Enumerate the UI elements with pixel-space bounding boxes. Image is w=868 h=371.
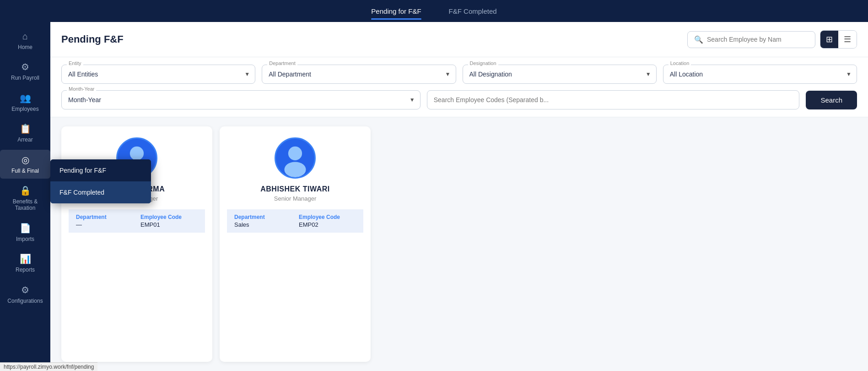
sidebar-label-configurations: Configurations	[7, 298, 43, 304]
filters-row-1: Entity All Entities ▼ Department All Dep…	[61, 65, 857, 84]
sidebar-item-full-final[interactable]: ◎ Full & Final	[0, 150, 50, 179]
employee-card-1[interactable]: ABHISHEK TIWARI Senior Manager Departmen…	[220, 126, 371, 362]
sidebar-item-employees[interactable]: 👥 Employees	[0, 88, 50, 117]
sidebar-label-benefits-taxation: Benefits & Taxation	[4, 198, 47, 212]
search-employee-input[interactable]	[707, 36, 809, 43]
sidebar-label-home: Home	[18, 44, 32, 50]
arrear-icon: 📋	[20, 123, 31, 134]
tab-pending-ff[interactable]: Pending for F&F	[371, 4, 421, 19]
search-employee-box[interactable]: 🔍	[687, 31, 815, 48]
department-filter: Department All Department ▼	[262, 65, 456, 84]
configurations-icon: ⚙	[21, 284, 29, 295]
url-bar: https://payroll.zimyo.work/fnf/pending	[0, 362, 97, 371]
location-filter: Location All Location ▼	[663, 65, 857, 84]
entity-select[interactable]: All Entities	[61, 65, 255, 84]
top-nav: Pending for F&F F&F Completed	[0, 0, 868, 22]
home-icon: ⌂	[22, 31, 28, 42]
svg-point-1	[130, 147, 144, 160]
page-header: Pending F&F 🔍 ⊞ ☰	[50, 22, 868, 57]
view-toggle: ⊞ ☰	[820, 30, 857, 49]
full-final-icon: ◎	[22, 154, 29, 165]
filters-row-2: Month-Year Month-Year ▼ Search	[61, 90, 857, 109]
header-right: 🔍 ⊞ ☰	[687, 30, 857, 49]
department-select[interactable]: All Department	[262, 65, 456, 84]
card-empcode-0: Employee Code EMP01	[140, 214, 198, 228]
sidebar-label-full-final: Full & Final	[11, 168, 39, 174]
employee-designation-1: Senior Manager	[274, 195, 317, 202]
main-layout: ⌂ Home ⚙ Run Payroll 👥 Employees 📋 Arrea…	[0, 22, 868, 371]
designation-select[interactable]: All Designation	[463, 65, 657, 84]
department-label: Department	[267, 60, 297, 66]
page-title: Pending F&F	[61, 33, 124, 45]
sidebar-item-home[interactable]: ⌂ Home	[0, 27, 50, 55]
card-empcode-1: Employee Code EMP02	[299, 214, 356, 228]
sidebar-item-imports[interactable]: 📄 Imports	[0, 218, 50, 247]
card-dept-0: Department —	[76, 214, 133, 228]
designation-label: Designation	[468, 60, 498, 66]
sidebar-item-reports[interactable]: 📊 Reports	[0, 249, 50, 278]
grid-view-button[interactable]: ⊞	[820, 31, 838, 48]
reports-icon: 📊	[20, 253, 31, 264]
ff-dropdown: Pending for F&F F&F Completed	[50, 159, 151, 203]
run-payroll-icon: ⚙	[21, 61, 29, 72]
month-year-label: Month-Year	[67, 86, 96, 92]
month-year-filter: Month-Year Month-Year ▼	[61, 90, 421, 109]
entity-label: Entity	[67, 60, 83, 66]
sidebar-item-arrear[interactable]: 📋 Arrear	[0, 119, 50, 147]
sidebar-item-run-payroll[interactable]: ⚙ Run Payroll	[0, 57, 50, 86]
tab-ff-completed[interactable]: F&F Completed	[449, 4, 497, 19]
employee-name-1: ABHISHEK TIWARI	[260, 185, 330, 193]
employee-codes-input[interactable]	[427, 90, 800, 109]
sidebar-label-arrear: Arrear	[17, 136, 32, 143]
grid-icon: ⊞	[826, 35, 833, 44]
sidebar-label-reports: Reports	[16, 267, 35, 273]
sidebar-item-configurations[interactable]: ⚙ Configurations	[0, 280, 50, 309]
card-dept-1: Department Sales	[234, 214, 291, 228]
designation-filter: Designation All Designation ▼	[463, 65, 657, 84]
svg-point-4	[288, 147, 302, 160]
search-icon: 🔍	[694, 35, 703, 44]
dropdown-ff-completed[interactable]: F&F Completed	[50, 181, 151, 203]
sidebar-item-benefits-taxation[interactable]: 🔒 Benefits & Taxation	[0, 180, 50, 216]
month-year-select[interactable]: Month-Year	[61, 90, 421, 109]
search-button[interactable]: Search	[806, 91, 857, 109]
location-label: Location	[669, 60, 691, 66]
cards-area: NITIN SHARMA Senior Manager Department —…	[50, 117, 868, 371]
list-view-button[interactable]: ☰	[838, 31, 857, 48]
filters-area: Entity All Entities ▼ Department All Dep…	[50, 57, 868, 117]
entity-filter: Entity All Entities ▼	[61, 65, 255, 84]
svg-point-5	[284, 162, 306, 177]
card-footer-0: Department — Employee Code EMP01	[69, 209, 205, 233]
sidebar-label-run-payroll: Run Payroll	[11, 75, 39, 81]
content-area: Pending F&F 🔍 ⊞ ☰	[50, 22, 868, 371]
imports-icon: 📄	[20, 223, 31, 234]
avatar-1	[275, 137, 316, 179]
dropdown-pending-ff[interactable]: Pending for F&F	[50, 159, 151, 181]
sidebar-label-employees: Employees	[11, 106, 38, 112]
employees-icon: 👥	[20, 93, 31, 104]
sidebar: ⌂ Home ⚙ Run Payroll 👥 Employees 📋 Arrea…	[0, 22, 50, 371]
benefits-icon: 🔒	[20, 185, 31, 196]
card-footer-1: Department Sales Employee Code EMP02	[227, 209, 363, 233]
location-select[interactable]: All Location	[663, 65, 857, 84]
list-icon: ☰	[844, 35, 851, 44]
sidebar-label-imports: Imports	[16, 236, 34, 242]
